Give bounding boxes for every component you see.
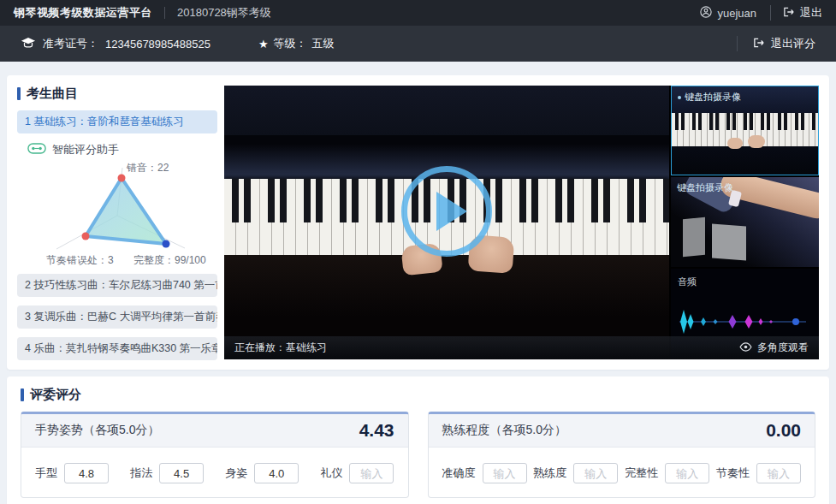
assistant-icon: [27, 143, 46, 157]
playlist-item-4[interactable]: 4 乐曲：莫扎特钢琴奏鸣曲K330 第一乐章: [17, 337, 217, 360]
field-fingering: 指法: [130, 463, 204, 483]
star-icon: ★: [258, 38, 269, 50]
user-icon: [700, 6, 712, 21]
keyboard-camera-thumb-2[interactable]: 键盘拍摄录像: [671, 177, 819, 267]
proficiency-input[interactable]: [573, 463, 618, 483]
level-label: 等级：: [274, 36, 307, 51]
posture-label: 身姿: [225, 465, 247, 481]
proficiency-card-header: 熟练程度（各项5.0分） 0.00: [429, 414, 815, 448]
gesture-posture-card: 手势姿势（各项5.0分） 4.43 手型 指法 身姿 礼仪: [21, 412, 409, 498]
field-completeness: 完整性: [625, 463, 709, 483]
exam-info-bar: 准考证号： 12345678985488525 ★ 等级： 五级 退出评分: [0, 26, 836, 62]
ticket-number: 12345678985488525: [105, 38, 210, 50]
gesture-card-header: 手势姿势（各项5.0分） 4.43: [21, 414, 408, 448]
thumb-piano-black-keys: [672, 113, 818, 131]
radar-chart-svg: [21, 166, 205, 252]
hand-shape-input[interactable]: [64, 463, 109, 483]
title-divider: [164, 7, 165, 19]
level-group: ★ 等级： 五级: [258, 36, 335, 51]
playlist-item-3[interactable]: 3 复调乐曲：巴赫C 大调平均律第一首前奏曲: [17, 305, 217, 329]
judge-scoring-section: 评委评分 手势姿势（各项5.0分） 4.43 手型 指法 身姿: [7, 377, 829, 504]
field-posture: 身姿: [225, 463, 299, 483]
radar-label-completeness: 完整度：99/100: [133, 253, 206, 268]
play-button[interactable]: [401, 166, 492, 257]
play-icon: [436, 192, 467, 231]
audio-label: 音频: [678, 276, 697, 288]
proficiency-card-score: 0.00: [766, 420, 801, 441]
video-area: 键盘拍摄录像 键盘拍摄录像 音频: [224, 86, 819, 359]
main-video-player[interactable]: [224, 86, 669, 359]
logout-button[interactable]: 退出: [770, 5, 822, 21]
fingering-input[interactable]: [159, 463, 204, 483]
gesture-card-score: 4.43: [359, 420, 394, 441]
proficiency-card-title: 熟练程度（各项5.0分）: [442, 423, 566, 438]
exit-scoring-label: 退出评分: [771, 36, 815, 51]
completeness-label: 完整性: [625, 465, 658, 481]
assistant-label: 智能评分助手: [52, 142, 119, 157]
completeness-input[interactable]: [665, 463, 709, 483]
username: yuejuan: [717, 7, 756, 20]
radar-label-wrong-notes: 错音：22: [127, 161, 169, 175]
accuracy-label: 准确度: [442, 465, 476, 481]
etiquette-label: 礼仪: [320, 465, 342, 481]
playlist-title: 考生曲目: [27, 86, 78, 102]
gesture-card-title: 手势姿势（各项5.0分）: [35, 423, 159, 438]
eye-icon: [739, 342, 752, 354]
playlist-item-1[interactable]: 1 基础练习：音阶和琶音基础练习: [17, 110, 217, 133]
thumb-2-label: 键盘拍摄录像: [677, 181, 733, 194]
radar-chart: 错音：22 节奏错误处：3 完整度：99/100: [17, 159, 217, 265]
accuracy-input[interactable]: [483, 463, 527, 483]
proficiency-label: 熟练度: [533, 465, 566, 481]
smart-scoring-assistant: 智能评分助手: [27, 142, 217, 157]
proficiency-card-body: 准确度 熟练度 完整性 节奏性: [429, 448, 815, 497]
thumb-left-hand: [727, 138, 743, 149]
field-etiquette: 礼仪: [320, 463, 394, 483]
gesture-card-body: 手型 指法 身姿 礼仪: [21, 448, 408, 497]
exam-main-card: 考生曲目 1 基础练习：音阶和琶音基础练习 智能评分助手: [7, 75, 829, 370]
multi-angle-column: 键盘拍摄录像 键盘拍摄录像 音频: [671, 86, 819, 359]
multi-angle-label: 多角度观看: [757, 341, 809, 355]
fingering-label: 指法: [130, 465, 152, 481]
playlist-title-row: 考生曲目: [17, 86, 217, 102]
etiquette-input[interactable]: [349, 463, 394, 483]
top-navbar: 钢琴视频考级数据运营平台 20180728钢琴考级 yuejuan 退出: [0, 0, 836, 26]
logout-label: 退出: [800, 5, 822, 21]
rhythm-input[interactable]: [756, 463, 801, 483]
playlist-panel: 考生曲目 1 基础练习：音阶和琶音基础练习 智能评分助手: [17, 86, 217, 359]
thumb-right-hand: [748, 135, 765, 148]
app-title: 钢琴视频考级数据运营平台: [14, 5, 152, 21]
grad-cap-icon: [21, 36, 36, 51]
active-view-dot: [678, 96, 681, 99]
user-menu[interactable]: yuejuan: [700, 6, 756, 21]
exit-scoring-button[interactable]: 退出评分: [737, 36, 815, 51]
stone-block-1: [683, 217, 705, 258]
thumb-2-label-row: 键盘拍摄录像: [677, 181, 733, 194]
playlist-item-2[interactable]: 2 技巧性练习曲：车尔尼练习曲740 第一首: [17, 274, 217, 297]
field-accuracy: 准确度: [442, 463, 527, 483]
scoring-section-title: 评委评分: [30, 387, 81, 403]
video-control-bar: 正在播放：基础练习 多角度观看: [224, 336, 819, 359]
thumb-1-label: 键盘拍摄录像: [685, 91, 741, 104]
keyboard-camera-thumb-1[interactable]: 键盘拍摄录像: [671, 86, 819, 175]
hand-shape-label: 手型: [35, 465, 57, 481]
title-accent-bar: [21, 388, 24, 401]
multi-angle-button[interactable]: 多角度观看: [739, 341, 809, 355]
rhythm-label: 节奏性: [716, 465, 750, 481]
posture-input[interactable]: [254, 463, 299, 483]
now-playing-text: 正在播放：基础练习: [234, 341, 327, 355]
stone-block-2: [712, 224, 746, 261]
session-name: 20180728钢琴考级: [177, 5, 271, 21]
proficiency-card: 熟练程度（各项5.0分） 0.00 准确度 熟练度 完整性 节奏性: [428, 412, 816, 498]
ticket-label: 准考证号：: [43, 36, 98, 51]
thumb-1-label-row: 键盘拍摄录像: [678, 91, 741, 104]
level-value: 五级: [312, 36, 335, 51]
radar-label-rhythm-errors: 节奏错误处：3: [46, 253, 114, 268]
field-proficiency: 熟练度: [533, 463, 618, 483]
audio-waveform: [676, 306, 813, 337]
field-rhythm: 节奏性: [716, 463, 801, 483]
ticket-group: 准考证号： 12345678985488525: [21, 36, 210, 51]
title-accent-bar: [17, 87, 21, 100]
exit-scoring-icon: [753, 38, 765, 50]
field-hand-shape: 手型: [35, 463, 109, 483]
logout-icon: [783, 7, 795, 20]
